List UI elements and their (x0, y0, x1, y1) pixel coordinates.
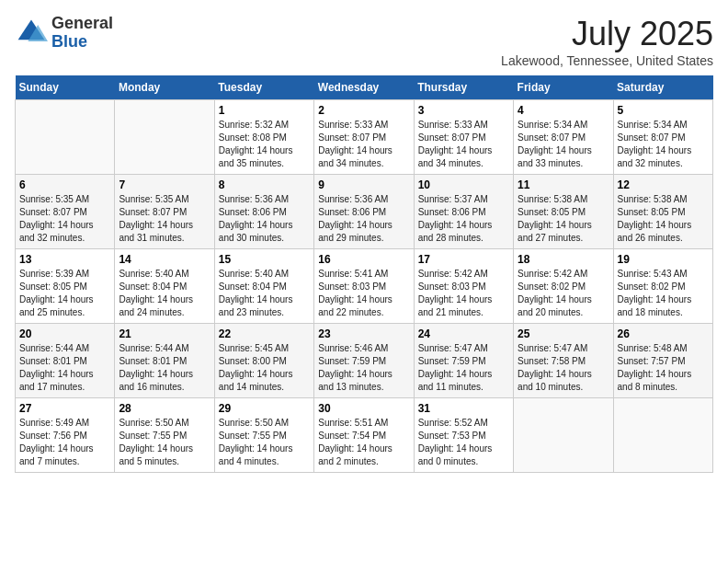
day-number: 12 (618, 178, 709, 191)
day-number: 3 (418, 104, 509, 117)
day-info: Sunrise: 5:41 AMSunset: 8:03 PMDaylight:… (318, 268, 409, 319)
logo-icon (15, 17, 48, 50)
calendar-cell: 5 Sunrise: 5:34 AMSunset: 8:07 PMDayligh… (613, 100, 712, 175)
day-info: Sunrise: 5:40 AMSunset: 8:04 PMDaylight:… (119, 268, 210, 319)
calendar-cell: 26 Sunrise: 5:48 AMSunset: 7:57 PMDaylig… (613, 324, 712, 398)
logo-text: General Blue (51, 15, 113, 52)
day-info: Sunrise: 5:36 AMSunset: 8:06 PMDaylight:… (219, 193, 310, 245)
calendar-cell: 30 Sunrise: 5:51 AMSunset: 7:54 PMDaylig… (314, 398, 414, 473)
day-number: 17 (418, 253, 509, 266)
location: Lakewood, Tennessee, United States (501, 53, 713, 68)
logo-blue: Blue (51, 32, 87, 51)
calendar-cell: 18 Sunrise: 5:42 AMSunset: 8:02 PMDaylig… (514, 249, 613, 324)
day-number: 6 (19, 178, 110, 191)
day-number: 22 (219, 327, 310, 340)
day-info: Sunrise: 5:39 AMSunset: 8:05 PMDaylight:… (19, 268, 110, 319)
logo-general: General (51, 14, 113, 32)
day-of-week-header: Monday (115, 75, 214, 100)
day-info: Sunrise: 5:42 AMSunset: 8:02 PMDaylight:… (518, 268, 609, 319)
day-number: 30 (318, 402, 409, 415)
calendar-cell: 14 Sunrise: 5:40 AMSunset: 8:04 PMDaylig… (115, 249, 214, 324)
calendar-cell (514, 398, 613, 473)
day-number: 2 (318, 104, 409, 117)
day-number: 8 (219, 178, 310, 191)
calendar-cell: 31 Sunrise: 5:52 AMSunset: 7:53 PMDaylig… (414, 398, 513, 473)
day-number: 16 (318, 253, 409, 266)
day-info: Sunrise: 5:52 AMSunset: 7:53 PMDaylight:… (418, 417, 509, 468)
calendar-table: SundayMondayTuesdayWednesdayThursdayFrid… (15, 75, 713, 473)
calendar-cell (613, 398, 712, 473)
day-number: 14 (119, 253, 210, 266)
day-info: Sunrise: 5:46 AMSunset: 7:59 PMDaylight:… (318, 342, 409, 394)
day-info: Sunrise: 5:48 AMSunset: 7:57 PMDaylight:… (618, 342, 709, 394)
calendar-cell: 3 Sunrise: 5:33 AMSunset: 8:07 PMDayligh… (414, 100, 513, 175)
day-info: Sunrise: 5:35 AMSunset: 8:07 PMDaylight:… (19, 193, 110, 245)
day-number: 26 (618, 327, 709, 340)
logo: General Blue (15, 15, 113, 52)
day-number: 24 (418, 327, 509, 340)
calendar-cell: 1 Sunrise: 5:32 AMSunset: 8:08 PMDayligh… (214, 100, 313, 175)
day-info: Sunrise: 5:50 AMSunset: 7:55 PMDaylight:… (219, 417, 310, 468)
day-info: Sunrise: 5:38 AMSunset: 8:05 PMDaylight:… (518, 193, 609, 245)
day-info: Sunrise: 5:43 AMSunset: 8:02 PMDaylight:… (618, 268, 709, 319)
day-number: 31 (418, 402, 509, 415)
calendar-cell: 22 Sunrise: 5:45 AMSunset: 8:00 PMDaylig… (214, 324, 313, 398)
calendar-cell: 2 Sunrise: 5:33 AMSunset: 8:07 PMDayligh… (314, 100, 414, 175)
calendar-cell: 19 Sunrise: 5:43 AMSunset: 8:02 PMDaylig… (613, 249, 712, 324)
month-title: July 2025 (501, 15, 713, 53)
day-number: 18 (518, 253, 609, 266)
calendar-week-row: 6 Sunrise: 5:35 AMSunset: 8:07 PMDayligh… (16, 175, 713, 249)
day-of-week-header: Tuesday (214, 75, 313, 100)
calendar-cell: 24 Sunrise: 5:47 AMSunset: 7:59 PMDaylig… (414, 324, 513, 398)
calendar-cell: 28 Sunrise: 5:50 AMSunset: 7:55 PMDaylig… (115, 398, 214, 473)
day-info: Sunrise: 5:35 AMSunset: 8:07 PMDaylight:… (119, 193, 210, 245)
calendar-cell: 8 Sunrise: 5:36 AMSunset: 8:06 PMDayligh… (214, 175, 313, 249)
day-info: Sunrise: 5:40 AMSunset: 8:04 PMDaylight:… (219, 268, 310, 319)
calendar-cell: 23 Sunrise: 5:46 AMSunset: 7:59 PMDaylig… (314, 324, 414, 398)
day-info: Sunrise: 5:49 AMSunset: 7:56 PMDaylight:… (19, 417, 110, 468)
day-number: 21 (119, 327, 210, 340)
day-info: Sunrise: 5:33 AMSunset: 8:07 PMDaylight:… (318, 119, 409, 170)
calendar-cell: 9 Sunrise: 5:36 AMSunset: 8:06 PMDayligh… (314, 175, 414, 249)
day-info: Sunrise: 5:45 AMSunset: 8:00 PMDaylight:… (219, 342, 310, 394)
day-number: 27 (19, 402, 110, 415)
day-number: 23 (318, 327, 409, 340)
calendar-cell: 21 Sunrise: 5:44 AMSunset: 8:01 PMDaylig… (115, 324, 214, 398)
calendar-cell: 4 Sunrise: 5:34 AMSunset: 8:07 PMDayligh… (514, 100, 613, 175)
day-number: 10 (418, 178, 509, 191)
day-of-week-header: Sunday (16, 75, 115, 100)
calendar-cell: 12 Sunrise: 5:38 AMSunset: 8:05 PMDaylig… (613, 175, 712, 249)
day-info: Sunrise: 5:37 AMSunset: 8:06 PMDaylight:… (418, 193, 509, 245)
calendar-cell: 7 Sunrise: 5:35 AMSunset: 8:07 PMDayligh… (115, 175, 214, 249)
day-info: Sunrise: 5:44 AMSunset: 8:01 PMDaylight:… (119, 342, 210, 394)
page-header: General Blue July 2025 Lakewood, Tenness… (15, 15, 713, 68)
day-info: Sunrise: 5:38 AMSunset: 8:05 PMDaylight:… (618, 193, 709, 245)
day-info: Sunrise: 5:51 AMSunset: 7:54 PMDaylight:… (318, 417, 409, 468)
day-number: 4 (518, 104, 609, 117)
day-number: 1 (219, 104, 310, 117)
calendar-week-row: 27 Sunrise: 5:49 AMSunset: 7:56 PMDaylig… (16, 398, 713, 473)
day-number: 28 (119, 402, 210, 415)
calendar-cell: 11 Sunrise: 5:38 AMSunset: 8:05 PMDaylig… (514, 175, 613, 249)
day-of-week-header: Friday (514, 75, 613, 100)
calendar-cell: 10 Sunrise: 5:37 AMSunset: 8:06 PMDaylig… (414, 175, 513, 249)
day-number: 19 (618, 253, 709, 266)
day-number: 25 (518, 327, 609, 340)
day-of-week-header: Wednesday (314, 75, 414, 100)
calendar-cell: 20 Sunrise: 5:44 AMSunset: 8:01 PMDaylig… (16, 324, 115, 398)
day-of-week-header: Saturday (613, 75, 712, 100)
title-block: July 2025 Lakewood, Tennessee, United St… (501, 15, 713, 68)
header-row: SundayMondayTuesdayWednesdayThursdayFrid… (16, 75, 713, 100)
day-info: Sunrise: 5:36 AMSunset: 8:06 PMDaylight:… (318, 193, 409, 245)
calendar-week-row: 20 Sunrise: 5:44 AMSunset: 8:01 PMDaylig… (16, 324, 713, 398)
day-info: Sunrise: 5:42 AMSunset: 8:03 PMDaylight:… (418, 268, 509, 319)
calendar-cell: 29 Sunrise: 5:50 AMSunset: 7:55 PMDaylig… (214, 398, 313, 473)
day-info: Sunrise: 5:47 AMSunset: 7:58 PMDaylight:… (518, 342, 609, 394)
calendar-cell (16, 100, 115, 175)
calendar-cell (115, 100, 214, 175)
calendar-cell: 16 Sunrise: 5:41 AMSunset: 8:03 PMDaylig… (314, 249, 414, 324)
day-info: Sunrise: 5:34 AMSunset: 8:07 PMDaylight:… (518, 119, 609, 170)
day-info: Sunrise: 5:44 AMSunset: 8:01 PMDaylight:… (19, 342, 110, 394)
day-number: 11 (518, 178, 609, 191)
calendar-cell: 6 Sunrise: 5:35 AMSunset: 8:07 PMDayligh… (16, 175, 115, 249)
